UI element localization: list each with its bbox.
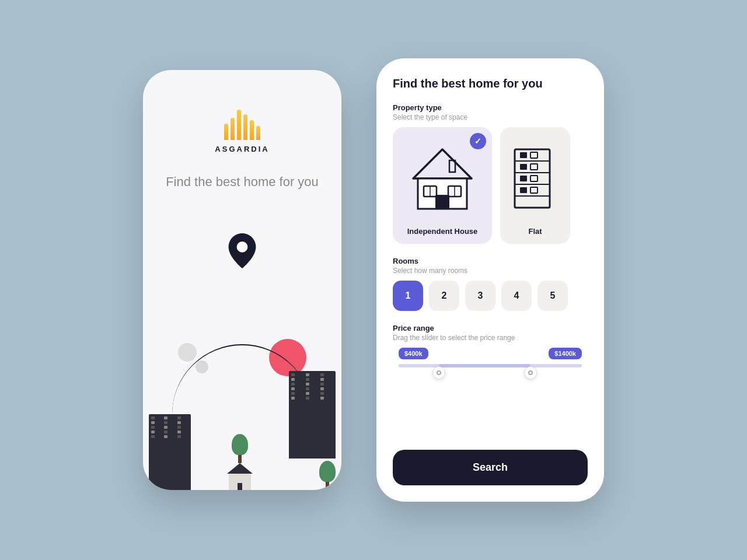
price-max-bubble: $1400k	[549, 348, 582, 359]
win	[164, 421, 167, 424]
win	[164, 416, 167, 419]
win	[151, 421, 155, 424]
svg-rect-20	[530, 176, 537, 181]
slider-container	[399, 364, 582, 382]
bar-2	[231, 118, 235, 140]
logo-text: ASGARDIA	[215, 145, 269, 153]
win	[306, 392, 309, 395]
tree-left	[232, 434, 248, 463]
svg-point-0	[237, 242, 248, 253]
search-button[interactable]: Search	[393, 450, 588, 485]
windows-left	[149, 414, 191, 440]
property-type-section: Property type Select the type of space	[393, 103, 588, 244]
rooms-row: 1 2 3 4 5	[393, 281, 588, 311]
building-right	[289, 371, 336, 490]
win	[291, 378, 295, 381]
property-card-house[interactable]: Independent House	[393, 127, 492, 244]
room-btn-2[interactable]: 2	[429, 281, 459, 311]
win	[177, 416, 181, 419]
svg-rect-15	[520, 164, 527, 170]
win	[164, 426, 167, 429]
left-phone: ASGARDIA Find the best home for you	[143, 70, 341, 490]
win	[151, 416, 155, 419]
property-card-flat[interactable]: Flat	[500, 127, 570, 244]
win	[177, 435, 181, 438]
win	[291, 387, 295, 390]
win	[151, 435, 155, 438]
price-range-label: Price range	[393, 324, 588, 332]
win	[320, 373, 324, 376]
bar-5	[250, 120, 254, 140]
win	[306, 378, 309, 381]
left-tagline: Find the best home for you	[148, 174, 336, 190]
win	[306, 387, 309, 390]
svg-rect-21	[530, 187, 537, 193]
win	[306, 397, 309, 400]
building-body-right	[289, 371, 336, 459]
svg-rect-14	[520, 152, 527, 158]
win	[164, 435, 167, 438]
win	[306, 383, 309, 386]
small-house-group	[227, 434, 253, 490]
win	[177, 426, 181, 429]
room-btn-5[interactable]: 5	[537, 281, 568, 311]
win	[320, 392, 324, 395]
property-type-sublabel: Select the type of space	[393, 113, 588, 121]
win	[177, 430, 181, 433]
room-btn-4[interactable]: 4	[501, 281, 532, 311]
price-range-section: Price range Drag the slider to select th…	[393, 324, 588, 382]
house-svg	[407, 146, 477, 211]
win	[151, 426, 155, 429]
bar-3	[237, 110, 241, 140]
win	[320, 387, 324, 390]
map-pin-icon	[228, 233, 257, 268]
room-btn-1[interactable]: 1	[393, 281, 423, 311]
house-card-label: Independent House	[407, 227, 478, 236]
right-phone: Find the best home for you Property type…	[376, 58, 604, 502]
slider-thumb-min[interactable]	[432, 366, 445, 379]
house-illustration	[407, 135, 477, 221]
win	[177, 421, 181, 424]
slider-thumb-max[interactable]	[524, 366, 537, 379]
svg-rect-7	[435, 195, 449, 209]
win	[151, 430, 155, 433]
svg-rect-19	[530, 164, 537, 170]
map-pin-container	[228, 233, 257, 268]
bar-6	[256, 126, 260, 140]
property-cards-row: Independent House	[393, 127, 588, 244]
svg-rect-16	[520, 176, 527, 181]
thumb-inner-max	[528, 370, 533, 375]
building-body-left	[149, 414, 191, 490]
price-range-sublabel: Drag the slider to select the price rang…	[393, 334, 588, 342]
price-labels: $400k $1400k	[393, 348, 588, 359]
logo-section: ASGARDIA	[215, 105, 269, 153]
rooms-label: Rooms	[393, 257, 588, 265]
windows-right	[289, 371, 336, 402]
thumb-inner-min	[437, 370, 441, 375]
win	[291, 373, 295, 376]
logo-bars	[224, 105, 260, 140]
cityscape	[143, 327, 341, 490]
property-type-label: Property type	[393, 103, 588, 112]
win	[291, 397, 295, 400]
small-house-1	[227, 463, 253, 490]
slider-fill	[439, 364, 530, 368]
svg-marker-1	[413, 149, 472, 178]
flat-illustration	[512, 135, 558, 221]
buildings-row	[143, 371, 341, 490]
svg-rect-17	[520, 187, 527, 193]
svg-rect-18	[530, 152, 537, 158]
page-title: Find the best home for you	[393, 77, 588, 90]
win	[320, 378, 324, 381]
win	[291, 392, 295, 395]
building-left	[149, 414, 191, 490]
bar-1	[224, 124, 228, 140]
room-btn-3[interactable]: 3	[465, 281, 495, 311]
win	[164, 430, 167, 433]
rooms-sublabel: Select how many rooms	[393, 267, 588, 275]
rooms-section: Rooms Select how many rooms 1 2 3 4 5	[393, 257, 588, 311]
win	[306, 373, 309, 376]
flat-card-label: Flat	[528, 227, 542, 236]
win	[320, 383, 324, 386]
flat-svg	[512, 146, 558, 211]
